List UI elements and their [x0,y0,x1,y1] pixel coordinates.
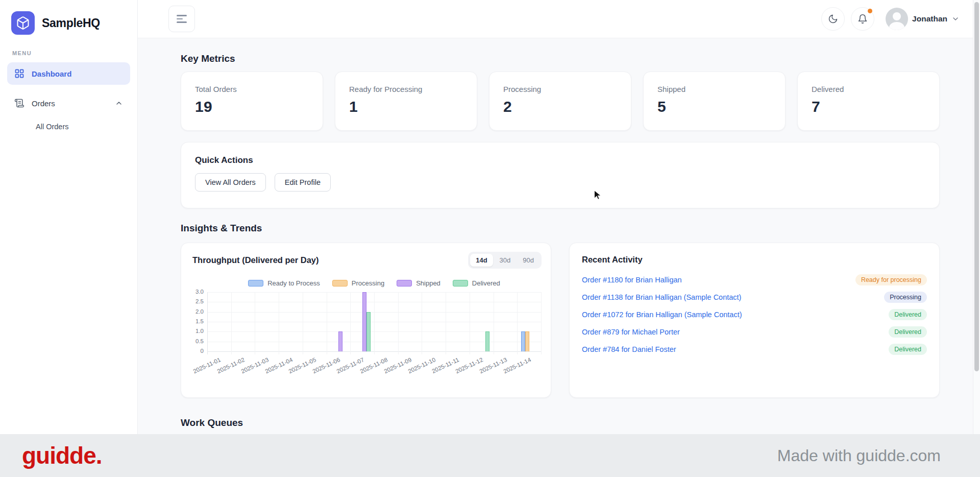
metric-value: 2 [503,98,617,115]
sidebar-item-label: Orders [32,99,55,108]
status-badge: Ready for processing [855,274,927,285]
y-axis-label: 0 [201,348,204,354]
work-queues-heading: Work Queues [181,417,940,428]
chart-y-axis: 3.02.52.01.51.00.50 [192,292,204,351]
status-badge: Processing [884,292,927,303]
made-with-text: Made with guidde.com [777,446,941,465]
order-link[interactable]: Order #1072 for Brian Halligan (Sample C… [582,311,742,319]
key-metrics-heading: Key Metrics [181,53,940,64]
metric-value: 19 [195,98,309,115]
top-bar: Jonathan [138,0,980,38]
chevron-down-icon [951,15,960,23]
status-badge: Delivered [889,344,927,355]
brand-name: SampleHQ [42,16,100,30]
y-axis-label: 3.0 [195,289,204,295]
collapse-sidebar-button[interactable] [168,6,195,32]
chart-x-axis: 2025-11-012025-11-022025-11-032025-11-04… [207,356,541,387]
y-axis-label: 0.5 [195,338,204,344]
chart-bar [485,331,489,351]
chart-legend: Ready to ProcessProcessingShippedDeliver… [207,279,541,287]
quick-actions-heading: Quick Actions [195,155,925,165]
moon-icon [828,14,838,24]
chart-plot-area: 2025-11-012025-11-022025-11-032025-11-04… [207,292,541,351]
sidebar-item-dashboard[interactable]: Dashboard [7,62,130,85]
brand: SampleHQ [0,0,137,35]
theme-toggle-button[interactable] [821,7,845,31]
user-menu[interactable]: Jonathan [880,8,960,30]
quick-actions-card: Quick Actions View All Orders Edit Profi… [181,142,940,208]
status-badge: Delivered [889,309,927,320]
order-link[interactable]: Order #1138 for Brian Halligan (Sample C… [582,293,741,301]
legend-item[interactable]: Shipped [397,279,440,287]
edit-profile-button[interactable]: Edit Profile [275,173,331,192]
y-axis-label: 2.5 [195,298,204,304]
sidebar: SampleHQ MENU Dashboard Orders All Order… [0,0,138,477]
chart-title: Throughput (Delivered per Day) [192,255,319,265]
legend-swatch-icon [248,280,263,287]
notifications-button[interactable] [851,7,874,31]
metric-value: 7 [812,98,925,115]
order-link[interactable]: Order #879 for Michael Porter [582,328,680,336]
scrollbar-track[interactable] [973,0,980,434]
chart-bar [521,331,525,351]
avatar [886,8,908,30]
notification-dot [868,9,872,13]
metric-label: Total Orders [195,85,309,93]
legend-swatch-icon [453,280,468,287]
range-90d-button[interactable]: 90d [517,254,540,267]
order-link[interactable]: Order #784 for Daniel Foster [582,345,676,353]
metric-card-delivered: Delivered 7 [797,71,940,131]
legend-label: Delivered [472,279,500,287]
orders-scroll-icon [14,98,24,108]
recent-activity-card: Recent Activity Order #1180 for Brian Ha… [569,243,940,398]
metric-label: Delivered [812,85,925,93]
range-30d-button[interactable]: 30d [494,254,517,267]
recent-activity-list: Order #1180 for Brian Halligan Ready for… [582,271,927,358]
legend-item[interactable]: Delivered [453,279,500,287]
activity-row: Order #1138 for Brian Halligan (Sample C… [582,289,927,306]
y-axis-label: 1.0 [195,328,204,334]
chevron-up-icon [115,99,123,107]
legend-item[interactable]: Ready to Process [248,279,320,287]
dashboard-grid-icon [14,68,24,79]
activity-row: Order #1072 for Brian Halligan (Sample C… [582,306,927,323]
chart-bar [366,312,371,351]
scrollbar-thumb[interactable] [974,2,979,371]
main-content: Key Metrics Total Orders 19 Ready for Pr… [138,38,980,477]
order-link[interactable]: Order #1180 for Brian Halligan [582,276,682,284]
legend-swatch-icon [397,280,412,287]
legend-label: Processing [352,279,384,287]
chart-range-toggle: 14d 30d 90d [468,252,542,269]
y-axis-label: 1.5 [195,318,204,324]
metric-cards-row: Total Orders 19 Ready for Processing 1 P… [181,71,940,131]
sidebar-section-label: MENU [12,50,137,56]
view-all-orders-button[interactable]: View All Orders [195,173,266,192]
metric-label: Ready for Processing [349,85,463,93]
legend-swatch-icon [332,280,348,287]
insights-heading: Insights & Trends [181,223,940,234]
mouse-cursor-icon [594,190,603,202]
metric-label: Shipped [657,85,771,93]
sidebar-item-orders[interactable]: Orders [7,92,130,114]
user-name: Jonathan [912,14,947,23]
chart-bar [362,292,366,351]
legend-item[interactable]: Processing [332,279,384,287]
menu-icon [177,18,183,20]
range-14d-button[interactable]: 14d [470,254,493,267]
bell-icon [857,14,868,24]
throughput-chart-card: Throughput (Delivered per Day) 14d 30d 9… [181,243,551,398]
legend-label: Ready to Process [267,279,320,287]
metric-value: 5 [657,98,771,115]
y-axis-label: 2.0 [195,308,204,315]
metric-label: Processing [503,85,617,93]
metric-card-shipped: Shipped 5 [643,71,786,131]
menu-icon [177,21,187,23]
metric-value: 1 [349,98,463,115]
metric-card-ready: Ready for Processing 1 [335,71,477,131]
sidebar-item-label: Dashboard [32,69,71,78]
activity-row: Order #879 for Michael Porter Delivered [582,323,927,341]
activity-row: Order #784 for Daniel Foster Delivered [582,341,927,358]
sidebar-item-all-orders[interactable]: All Orders [0,114,137,131]
chart-bar [525,331,529,351]
guidde-footer: guidde. Made with guidde.com [0,434,980,477]
